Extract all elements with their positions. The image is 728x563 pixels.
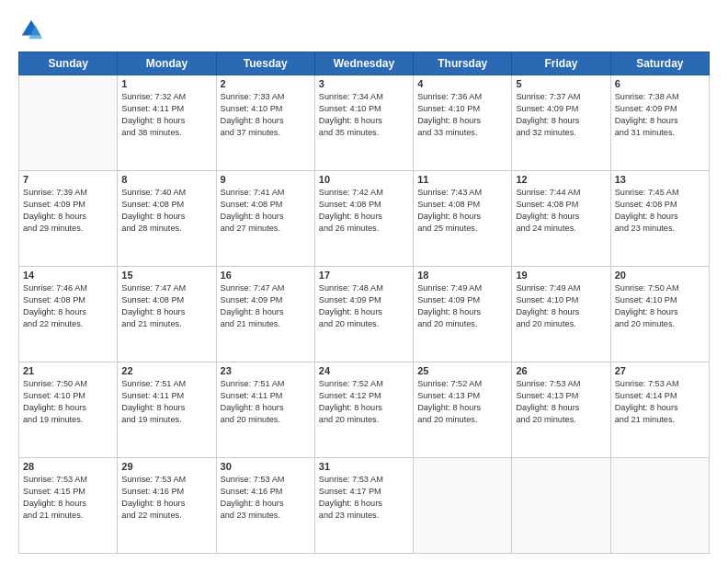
day-info: Sunrise: 7:39 AMSunset: 4:09 PMDaylight:… <box>23 187 113 235</box>
day-number: 29 <box>121 461 211 472</box>
calendar-week-1: 1Sunrise: 7:32 AMSunset: 4:11 PMDaylight… <box>19 75 710 171</box>
calendar-cell: 15Sunrise: 7:47 AMSunset: 4:08 PMDayligh… <box>118 267 216 362</box>
calendar-cell: 5Sunrise: 7:37 AMSunset: 4:09 PMDaylight… <box>512 75 610 171</box>
day-info: Sunrise: 7:42 AMSunset: 4:08 PMDaylight:… <box>319 187 409 235</box>
calendar-cell: 29Sunrise: 7:53 AMSunset: 4:16 PMDayligh… <box>118 458 216 554</box>
day-number: 3 <box>319 78 409 89</box>
day-number: 9 <box>221 174 311 185</box>
weekday-header-saturday: Saturday <box>610 52 709 75</box>
calendar-cell: 14Sunrise: 7:46 AMSunset: 4:08 PMDayligh… <box>19 267 118 362</box>
calendar-cell: 16Sunrise: 7:47 AMSunset: 4:09 PMDayligh… <box>216 267 314 362</box>
day-info: Sunrise: 7:53 AMSunset: 4:16 PMDaylight:… <box>221 474 311 522</box>
day-number: 17 <box>319 270 409 281</box>
day-number: 6 <box>615 78 705 89</box>
day-info: Sunrise: 7:52 AMSunset: 4:12 PMDaylight:… <box>319 378 409 426</box>
calendar-cell: 19Sunrise: 7:49 AMSunset: 4:10 PMDayligh… <box>512 267 610 362</box>
page: SundayMondayTuesdayWednesdayThursdayFrid… <box>0 0 728 563</box>
day-info: Sunrise: 7:52 AMSunset: 4:13 PMDaylight:… <box>417 378 507 426</box>
day-number: 16 <box>221 270 311 281</box>
day-number: 2 <box>221 78 311 89</box>
day-info: Sunrise: 7:36 AMSunset: 4:10 PMDaylight:… <box>417 91 507 139</box>
calendar-cell <box>414 458 512 554</box>
day-number: 26 <box>516 365 606 376</box>
calendar-cell: 11Sunrise: 7:43 AMSunset: 4:08 PMDayligh… <box>414 171 512 267</box>
day-number: 19 <box>516 270 606 281</box>
day-info: Sunrise: 7:43 AMSunset: 4:08 PMDaylight:… <box>417 187 507 235</box>
day-info: Sunrise: 7:53 AMSunset: 4:15 PMDaylight:… <box>23 474 113 522</box>
header <box>18 17 710 42</box>
day-info: Sunrise: 7:51 AMSunset: 4:11 PMDaylight:… <box>221 378 311 426</box>
calendar-cell: 1Sunrise: 7:32 AMSunset: 4:11 PMDaylight… <box>118 75 216 171</box>
calendar-cell: 25Sunrise: 7:52 AMSunset: 4:13 PMDayligh… <box>414 362 512 458</box>
day-number: 13 <box>615 174 705 185</box>
calendar-cell: 9Sunrise: 7:41 AMSunset: 4:08 PMDaylight… <box>216 171 314 267</box>
day-info: Sunrise: 7:53 AMSunset: 4:16 PMDaylight:… <box>121 474 211 522</box>
day-info: Sunrise: 7:53 AMSunset: 4:13 PMDaylight:… <box>516 378 606 426</box>
calendar-week-3: 14Sunrise: 7:46 AMSunset: 4:08 PMDayligh… <box>19 267 710 362</box>
logo-icon <box>18 17 44 42</box>
calendar-table: SundayMondayTuesdayWednesdayThursdayFrid… <box>18 52 710 554</box>
day-info: Sunrise: 7:50 AMSunset: 4:10 PMDaylight:… <box>615 282 705 330</box>
calendar-cell: 4Sunrise: 7:36 AMSunset: 4:10 PMDaylight… <box>414 75 512 171</box>
day-number: 8 <box>121 174 211 185</box>
calendar-cell: 20Sunrise: 7:50 AMSunset: 4:10 PMDayligh… <box>610 267 709 362</box>
calendar-cell: 8Sunrise: 7:40 AMSunset: 4:08 PMDaylight… <box>118 171 216 267</box>
day-info: Sunrise: 7:49 AMSunset: 4:09 PMDaylight:… <box>417 282 507 330</box>
calendar-cell: 2Sunrise: 7:33 AMSunset: 4:10 PMDaylight… <box>216 75 314 171</box>
day-info: Sunrise: 7:44 AMSunset: 4:08 PMDaylight:… <box>516 187 606 235</box>
day-info: Sunrise: 7:41 AMSunset: 4:08 PMDaylight:… <box>221 187 311 235</box>
calendar-cell: 13Sunrise: 7:45 AMSunset: 4:08 PMDayligh… <box>610 171 709 267</box>
calendar-cell: 24Sunrise: 7:52 AMSunset: 4:12 PMDayligh… <box>314 362 413 458</box>
day-info: Sunrise: 7:32 AMSunset: 4:11 PMDaylight:… <box>121 91 211 139</box>
day-number: 20 <box>615 270 705 281</box>
day-number: 30 <box>221 461 311 472</box>
day-info: Sunrise: 7:45 AMSunset: 4:08 PMDaylight:… <box>615 187 705 235</box>
day-number: 25 <box>417 365 507 376</box>
day-number: 15 <box>121 270 211 281</box>
day-number: 11 <box>417 174 507 185</box>
day-info: Sunrise: 7:50 AMSunset: 4:10 PMDaylight:… <box>23 378 113 426</box>
day-info: Sunrise: 7:40 AMSunset: 4:08 PMDaylight:… <box>121 187 211 235</box>
calendar-cell: 26Sunrise: 7:53 AMSunset: 4:13 PMDayligh… <box>512 362 610 458</box>
day-info: Sunrise: 7:37 AMSunset: 4:09 PMDaylight:… <box>516 91 606 139</box>
weekday-header-thursday: Thursday <box>414 52 512 75</box>
day-number: 7 <box>23 174 113 185</box>
day-info: Sunrise: 7:51 AMSunset: 4:11 PMDaylight:… <box>121 378 211 426</box>
calendar-cell: 22Sunrise: 7:51 AMSunset: 4:11 PMDayligh… <box>118 362 216 458</box>
calendar-cell: 12Sunrise: 7:44 AMSunset: 4:08 PMDayligh… <box>512 171 610 267</box>
day-number: 27 <box>615 365 705 376</box>
weekday-header-friday: Friday <box>512 52 610 75</box>
calendar-cell <box>610 458 709 554</box>
calendar-week-4: 21Sunrise: 7:50 AMSunset: 4:10 PMDayligh… <box>19 362 710 458</box>
calendar-week-5: 28Sunrise: 7:53 AMSunset: 4:15 PMDayligh… <box>19 458 710 554</box>
day-info: Sunrise: 7:34 AMSunset: 4:10 PMDaylight:… <box>319 91 409 139</box>
day-info: Sunrise: 7:48 AMSunset: 4:09 PMDaylight:… <box>319 282 409 330</box>
calendar-cell <box>19 75 118 171</box>
day-number: 18 <box>417 270 507 281</box>
day-number: 24 <box>319 365 409 376</box>
day-number: 4 <box>417 78 507 89</box>
day-info: Sunrise: 7:53 AMSunset: 4:17 PMDaylight:… <box>319 474 409 522</box>
day-info: Sunrise: 7:49 AMSunset: 4:10 PMDaylight:… <box>516 282 606 330</box>
weekday-header-monday: Monday <box>118 52 216 75</box>
weekday-header-row: SundayMondayTuesdayWednesdayThursdayFrid… <box>19 52 710 75</box>
day-number: 5 <box>516 78 606 89</box>
day-info: Sunrise: 7:38 AMSunset: 4:09 PMDaylight:… <box>615 91 705 139</box>
day-number: 22 <box>121 365 211 376</box>
calendar-cell: 3Sunrise: 7:34 AMSunset: 4:10 PMDaylight… <box>314 75 413 171</box>
day-number: 14 <box>23 270 113 281</box>
weekday-header-sunday: Sunday <box>19 52 118 75</box>
day-info: Sunrise: 7:33 AMSunset: 4:10 PMDaylight:… <box>221 91 311 139</box>
day-number: 21 <box>23 365 113 376</box>
calendar-cell: 6Sunrise: 7:38 AMSunset: 4:09 PMDaylight… <box>610 75 709 171</box>
day-number: 31 <box>319 461 409 472</box>
calendar-cell: 10Sunrise: 7:42 AMSunset: 4:08 PMDayligh… <box>314 171 413 267</box>
calendar-cell: 18Sunrise: 7:49 AMSunset: 4:09 PMDayligh… <box>414 267 512 362</box>
day-number: 23 <box>221 365 311 376</box>
calendar-cell: 17Sunrise: 7:48 AMSunset: 4:09 PMDayligh… <box>314 267 413 362</box>
day-info: Sunrise: 7:53 AMSunset: 4:14 PMDaylight:… <box>615 378 705 426</box>
day-number: 28 <box>23 461 113 472</box>
weekday-header-tuesday: Tuesday <box>216 52 314 75</box>
calendar-cell: 27Sunrise: 7:53 AMSunset: 4:14 PMDayligh… <box>610 362 709 458</box>
calendar-cell: 23Sunrise: 7:51 AMSunset: 4:11 PMDayligh… <box>216 362 314 458</box>
